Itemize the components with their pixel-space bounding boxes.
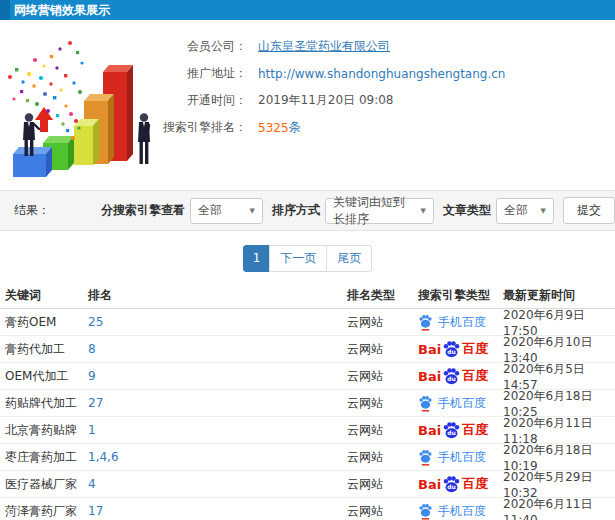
updated-cell: 2020年6月11日 11:40 <box>503 496 610 520</box>
rank-link[interactable]: 4 <box>88 477 96 491</box>
table-header-row: 关键词 排名 排名类型 搜索引擎类型 最新更新时间 <box>0 283 615 309</box>
header-rank-type: 排名类型 <box>347 287 408 304</box>
hero-section: 会员公司： 山东皇圣堂药业有限公司 推广地址： http://www.shand… <box>0 20 615 190</box>
baidu-logo-bai: Bai <box>418 342 441 357</box>
mobile-baidu-badge: 手机百度 <box>418 314 486 331</box>
rank-link[interactable]: 1 <box>88 423 96 437</box>
submit-button[interactable]: 提交 <box>563 197 615 224</box>
engine-rank-unit: 条 <box>289 119 301 136</box>
baidu-paw-icon: du <box>442 340 461 359</box>
rank-link[interactable]: 9 <box>88 369 96 383</box>
svg-text:du: du <box>447 348 455 355</box>
engine-view-selected: 全部 <box>198 202 222 219</box>
keyword-cell: 枣庄膏药加工 <box>5 449 88 466</box>
chevron-down-icon: ▼ <box>250 207 255 215</box>
baidu-logo-bai: Bai <box>418 369 441 384</box>
rank-type-cell: 云网站 <box>347 395 408 412</box>
sort-label: 排序方式 <box>272 202 320 219</box>
app-header: 网络营销效果展示 <box>0 0 615 20</box>
header-rank: 排名 <box>88 287 347 304</box>
mobile-baidu-badge: 手机百度 <box>418 395 486 412</box>
engine-rank-label: 搜索引擎排名： <box>0 119 247 136</box>
baidu-paw-icon <box>418 449 433 466</box>
keyword-cell: 菏泽膏药厂家 <box>5 503 88 520</box>
pagination: 1 下一页 尾页 <box>0 245 615 272</box>
baidu-logo: Baidu百度 <box>418 475 488 494</box>
keyword-cell: 膏药OEM <box>5 314 88 331</box>
baidu-paw-icon: du <box>442 475 461 494</box>
table-row: 膏药代加工 8 云网站 Baidu百度 2020年6月10日 13:40 <box>0 336 615 363</box>
engine-view-label: 分搜索引擎查看 <box>101 202 185 219</box>
open-time-label: 开通时间： <box>0 92 247 109</box>
baidu-logo: Baidu百度 <box>418 421 488 440</box>
last-page-button[interactable]: 尾页 <box>326 245 372 272</box>
keyword-cell: 医疗器械厂家 <box>5 476 88 493</box>
rank-type-cell: 云网站 <box>347 368 408 385</box>
baidu-logo-zh: 百度 <box>462 367 488 385</box>
rank-type-cell: 云网站 <box>347 449 408 466</box>
engine-rank-row: 搜索引擎排名： 5325 条 <box>0 114 615 141</box>
rank-type-cell: 云网站 <box>347 341 408 358</box>
rank-type-cell: 云网站 <box>347 476 408 493</box>
keyword-cell: 膏药代加工 <box>5 341 88 358</box>
svg-text:du: du <box>447 375 455 382</box>
baidu-logo-zh: 百度 <box>462 421 488 439</box>
sort-select[interactable]: 关键词由短到长排序 ▼ <box>325 198 434 224</box>
rank-link[interactable]: 17 <box>88 504 103 518</box>
baidu-paw-icon <box>418 395 433 412</box>
sort-selected: 关键词由短到长排序 <box>333 194 415 228</box>
rank-link[interactable]: 1,4,6 <box>88 450 119 464</box>
keyword-cell: OEM代加工 <box>5 368 88 385</box>
chevron-down-icon: ▼ <box>541 207 546 215</box>
baidu-logo: Baidu百度 <box>418 340 488 359</box>
page-title: 网络营销效果展示 <box>14 3 110 17</box>
header-engine-type: 搜索引擎类型 <box>408 287 503 304</box>
filter-bar: 结果： 分搜索引擎查看 全部 ▼ 排序方式 关键词由短到长排序 ▼ 文章类型 全… <box>0 190 615 231</box>
svg-text:du: du <box>447 483 455 490</box>
engine-view-select[interactable]: 全部 ▼ <box>190 198 263 224</box>
baidu-logo-bai: Bai <box>418 423 441 438</box>
rank-type-cell: 云网站 <box>347 422 408 439</box>
page-number-current[interactable]: 1 <box>243 245 271 272</box>
mobile-baidu-badge: 手机百度 <box>418 449 486 466</box>
mobile-baidu-label: 手机百度 <box>438 395 486 412</box>
mobile-baidu-badge: 手机百度 <box>418 503 486 520</box>
baidu-logo-zh: 百度 <box>462 475 488 493</box>
promotion-url-label: 推广地址： <box>0 65 247 82</box>
promotion-url-link[interactable]: http://www.shandonghuangshengtang.cn <box>258 67 505 81</box>
promotion-url-row: 推广地址： http://www.shandonghuangshengtang.… <box>0 60 615 87</box>
open-time-value: 2019年11月20日 09:08 <box>258 92 393 109</box>
rank-link[interactable]: 25 <box>88 315 103 329</box>
table-row: 膏药OEM 25 云网站 手机百度 2020年6月9日 17:50 <box>0 309 615 336</box>
baidu-logo-zh: 百度 <box>462 340 488 358</box>
mobile-baidu-label: 手机百度 <box>438 314 486 331</box>
baidu-paw-icon: du <box>442 421 461 440</box>
article-type-select[interactable]: 全部 ▼ <box>496 198 554 224</box>
company-label: 会员公司： <box>0 38 247 55</box>
baidu-logo-bai: Bai <box>418 477 441 492</box>
article-type-selected: 全部 <box>504 202 528 219</box>
keyword-cell: 北京膏药贴牌 <box>5 422 88 439</box>
result-label: 结果： <box>14 202 50 219</box>
table-row: 北京膏药贴牌 1 云网站 Baidu百度 2020年6月11日 11:18 <box>0 417 615 444</box>
mobile-baidu-label: 手机百度 <box>438 449 486 466</box>
article-type-label: 文章类型 <box>443 202 491 219</box>
table-row: OEM代加工 9 云网站 Baidu百度 2020年6月5日 14:57 <box>0 363 615 390</box>
rank-type-cell: 云网站 <box>347 503 408 520</box>
baidu-paw-icon: du <box>442 367 461 386</box>
account-info-panel: 会员公司： 山东皇圣堂药业有限公司 推广地址： http://www.shand… <box>0 33 615 141</box>
engine-rank-count: 5325 <box>258 121 289 135</box>
next-page-button[interactable]: 下一页 <box>269 245 327 272</box>
baidu-logo: Baidu百度 <box>418 367 488 386</box>
company-link[interactable]: 山东皇圣堂药业有限公司 <box>258 38 390 55</box>
rank-link[interactable]: 8 <box>88 342 96 356</box>
rank-link[interactable]: 27 <box>88 396 103 410</box>
rank-type-cell: 云网站 <box>347 314 408 331</box>
table-row: 药贴牌代加工 27 云网站 手机百度 2020年6月18日 10:25 <box>0 390 615 417</box>
baidu-paw-icon <box>418 314 433 331</box>
keywords-table: 关键词 排名 排名类型 搜索引擎类型 最新更新时间 膏药OEM 25 云网站 手… <box>0 283 615 520</box>
svg-text:du: du <box>447 429 455 436</box>
table-row: 枣庄膏药加工 1,4,6 云网站 手机百度 2020年6月18日 10:19 <box>0 444 615 471</box>
chevron-down-icon: ▼ <box>421 207 426 215</box>
header-keyword: 关键词 <box>5 287 88 304</box>
